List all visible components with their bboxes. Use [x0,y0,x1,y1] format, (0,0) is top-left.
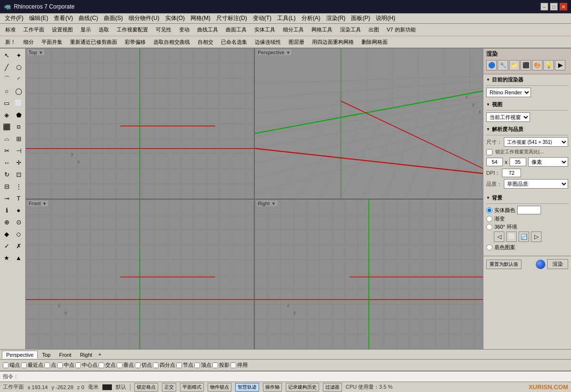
tb2-btn-2[interactable]: 平面并集 [38,37,66,47]
render-icon-6[interactable]: 💡 [543,60,554,70]
viewport-front[interactable]: z x Front ▼ [26,200,254,350]
tb2-btn-11[interactable]: 删除网格面 [358,37,391,47]
flat-btn[interactable]: 平面模式 [180,383,204,392]
view-select[interactable]: 当前工作视窗 [486,112,530,122]
lt-render2[interactable]: ● [13,204,24,216]
menu-item-细分物件U[interactable]: 细分物件(U) [126,13,162,23]
menu-item-查看V[interactable]: 查看(V) [51,13,76,23]
lt-fillet[interactable]: ⌓ [1,133,12,144]
menu-item-渲染R[interactable]: 渲染(R) [323,13,349,23]
menu-item-面板P[interactable]: 面板(P) [348,13,373,23]
render-icon-3[interactable]: 📁 [509,60,520,70]
env360-radio[interactable] [486,224,492,230]
menu-item-编辑E[interactable]: 编辑(E) [26,13,51,23]
viewport-perspective[interactable]: z y x Perspective ▼ [255,49,483,199]
lt-select[interactable]: ↖ [1,50,12,61]
lt-arc[interactable]: ◜ [13,73,24,85]
opaxis-btn[interactable]: 操作轴 [263,383,282,392]
tb1-btn-7[interactable]: 变动 [176,25,193,35]
osnap-cb-垂点[interactable] [117,362,122,368]
viewport-top[interactable]: y x Top ▼ [26,49,254,199]
lt-array[interactable]: ⋮ [13,181,24,192]
osnap-cb-切点[interactable] [135,362,140,368]
color-picker[interactable] [517,206,541,214]
lt-offset[interactable]: ⊞ [13,133,24,144]
menu-item-网格M[interactable]: 网格(M) [188,13,213,23]
render-button[interactable]: 渲染 [547,259,568,269]
tb1-btn-9[interactable]: 曲面工具 [222,25,250,35]
osnap-cb-顶点[interactable] [194,362,200,368]
btab-front[interactable]: Front [55,351,76,359]
env-btn-1[interactable]: ◁ [494,231,504,242]
osnap-cb-投影[interactable] [212,362,218,368]
tb2-btn-9[interactable]: 图层册 [285,37,308,47]
tb1-btn-14[interactable]: 出图 [365,25,382,35]
menu-item-分析A[interactable]: 分析(A) [299,13,323,23]
tb2-btn-8[interactable]: 边缘连续性 [251,37,284,47]
lt-ellipse[interactable]: ◯ [13,85,24,97]
osnap-cb-中心点[interactable] [75,362,81,368]
smarttrack-btn[interactable]: 智慧轨迹 [235,383,259,392]
tb2-btn-10[interactable]: 用四边面重构网格 [309,37,357,47]
lt-mirror[interactable]: ⊟ [1,181,12,192]
tb1-btn-6[interactable]: 可见性 [152,25,175,35]
lt-rect[interactable]: ▭ [1,97,12,109]
lt-layer[interactable]: ⊕ [1,216,12,228]
lt-trim[interactable]: ✂ [1,145,12,156]
ortho-btn[interactable]: 正交 [162,383,176,392]
lt-star[interactable]: ★ [1,252,12,263]
lt-x[interactable]: ✗ [13,240,24,251]
height-input[interactable]: 35 [510,158,526,166]
tb1-btn-3[interactable]: 显示 [77,25,94,35]
lt-extend[interactable]: ⊣ [13,145,24,156]
lt-extrude[interactable]: ⧈ [13,121,24,132]
tb1-btn-12[interactable]: 网格工具 [308,25,336,35]
tb2-btn-7[interactable]: 已命名选集 [218,37,250,47]
tb2-btn-1[interactable]: 细分 [20,37,37,47]
viewport-right[interactable]: z y Right ▼ [255,200,483,350]
btab-add[interactable]: + [97,351,103,358]
tb1-btn-10[interactable]: 实体工具 [251,25,279,35]
menu-item-实体O[interactable]: 实体(O) [162,13,188,23]
btab-perspective[interactable]: Perspective [2,351,38,359]
lt-tri[interactable]: ▲ [13,252,24,263]
osnap-cb-最近点[interactable] [21,362,27,368]
render-icon-4[interactable]: ⬛ [521,60,531,70]
close-button[interactable]: ✕ [560,3,567,10]
tb1-btn-15[interactable]: V7 的新功能 [383,25,419,35]
size-select[interactable]: 工作视窗 (541 × 351) [504,137,568,147]
renderer-select[interactable]: Rhino Render [486,88,531,97]
lt-move[interactable]: ✛ [13,157,24,168]
lt-line[interactable]: ╱ [1,61,12,73]
tb1-btn-2[interactable]: 设置视图 [49,25,76,35]
tb2-btn-0[interactable]: 新！ [2,37,19,47]
tb1-btn-11[interactable]: 细分工具 [280,25,307,35]
lt-more2[interactable]: ◇ [13,228,24,240]
menu-item-曲面S[interactable]: 曲面(S) [101,13,126,23]
width-input[interactable]: 54 [486,158,503,166]
btab-right[interactable]: Right [76,351,97,359]
solid-radio[interactable] [486,207,492,213]
reset-button[interactable]: 重置为默认值 [486,260,521,269]
lt-poly[interactable]: ⬡ [13,61,24,73]
env-btn-4[interactable]: ▷ [531,231,541,242]
lt-transform[interactable]: ↔ [1,157,12,168]
quality-select[interactable]: 草图品质 [504,179,568,189]
render-icon-5[interactable]: 🎨 [532,60,542,70]
gradient-radio[interactable] [486,216,492,222]
lt-circle[interactable]: ○ [1,85,12,97]
lt-more1[interactable]: ◆ [1,228,12,240]
lt-dim[interactable]: ⊸ [1,192,12,204]
render-icon-7[interactable]: ▶ [555,60,565,70]
tb2-btn-3[interactable]: 重新通近已修剪曲面 [67,37,120,47]
osnap-cb-节点[interactable] [176,362,182,368]
history-btn[interactable]: 记录建构历史 [286,383,319,392]
lt-box[interactable]: ⬜ [13,97,24,109]
lt-mesh[interactable]: ⬟ [13,109,24,121]
lt-scale[interactable]: ⊡ [13,169,24,180]
render-icon-1[interactable]: 🔵 [486,60,497,70]
tb1-btn-1[interactable]: 工作平面 [20,25,48,35]
filter-btn[interactable]: 过滤器 [323,383,342,392]
tb1-btn-8[interactable]: 曲线工具 [194,25,221,35]
lt-solid[interactable]: ⬛ [1,121,12,132]
